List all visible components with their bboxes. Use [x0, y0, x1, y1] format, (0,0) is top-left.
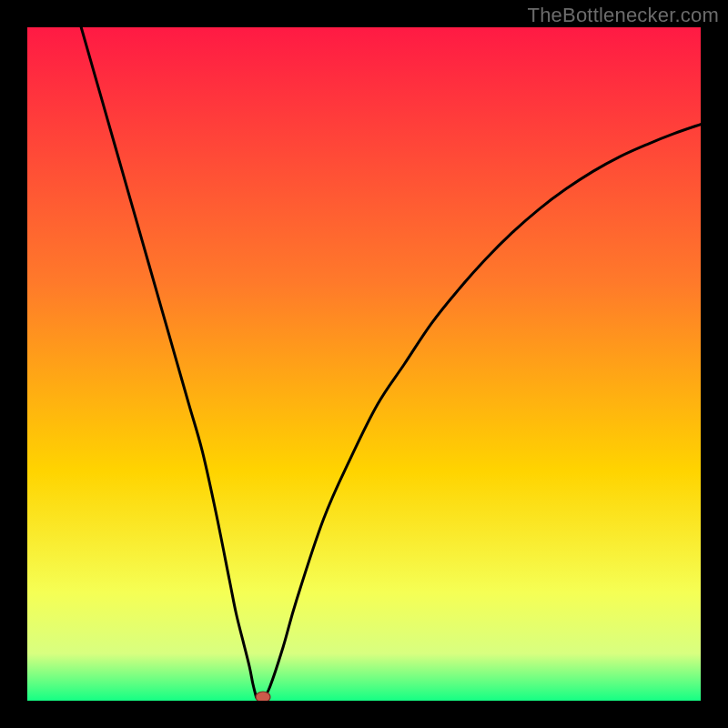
chart-svg	[27, 27, 701, 701]
chart-frame: TheBottlenecker.com	[0, 0, 728, 728]
optimum-marker	[256, 692, 270, 701]
watermark-text: TheBottlenecker.com	[528, 4, 719, 27]
gradient-background	[27, 27, 701, 701]
plot-area	[27, 27, 701, 701]
